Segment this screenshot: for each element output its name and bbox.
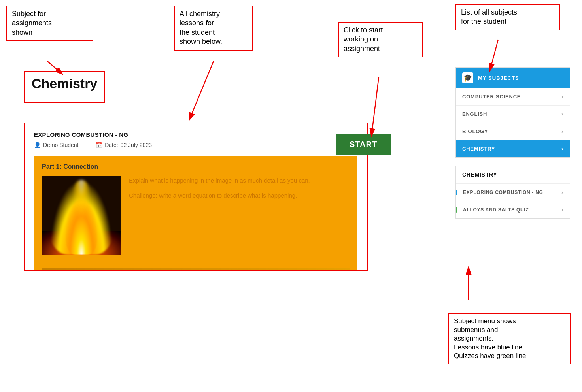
lesson-section: Part 1: Connection Explain what is happe… — [34, 156, 357, 270]
my-subjects-header: 🎓 MY SUBJECTS — [456, 68, 570, 88]
flame-top — [72, 180, 91, 219]
lesson-part-title: Part 1: Connection — [42, 163, 350, 170]
flame-image — [42, 176, 121, 255]
subject-item-cs[interactable]: COMPUTER SCIENCE › — [456, 88, 570, 106]
subject-cs-label: COMPUTER SCIENCE — [462, 94, 521, 100]
subject-item-english[interactable]: ENGLISH › — [456, 106, 570, 123]
chevron-alloys: › — [561, 207, 563, 213]
date-value: 02 July 2023 — [121, 142, 152, 148]
calendar-icon: 📅 — [96, 142, 102, 148]
lesson-label-combustion: EXPLORING COMBUSTION - NG — [463, 190, 543, 195]
annotation-click-start: Click to start working on assignment — [338, 22, 423, 57]
svg-line-3 — [490, 40, 498, 69]
start-button[interactable]: START — [336, 134, 391, 155]
start-button-container: START — [336, 134, 391, 155]
my-subjects-label: MY SUBJECTS — [478, 75, 519, 81]
subject-english-label: ENGLISH — [462, 111, 487, 117]
assignment-meta: 👤 Demo Student | 📅 Date: 02 July 2023 — [34, 142, 357, 148]
chevron-combustion: › — [561, 189, 563, 195]
subject-biology-label: BIOLOGY — [462, 128, 488, 134]
assignment-card: EXPLORING COMBUSTION - NG 👤 Demo Student… — [24, 122, 368, 271]
lesson-body: Explain what is happening in the image i… — [42, 176, 350, 262]
lesson-item-combustion[interactable]: EXPLORING COMBUSTION - NG › — [456, 184, 570, 201]
lesson-label-alloys: ALLOYS AND SALTS QUIZ — [463, 207, 529, 213]
student-meta: 👤 Demo Student — [34, 142, 79, 148]
student-icon: 👤 — [34, 142, 41, 148]
date-label: Date: — [105, 142, 118, 148]
subject-title: Chemistry — [32, 76, 97, 91]
lesson-item-combustion-inner: EXPLORING COMBUSTION - NG — [456, 190, 561, 195]
lesson-item-alloys[interactable]: ALLOYS AND SALTS QUIZ › — [456, 201, 570, 218]
lesson-line-blue — [456, 190, 457, 195]
meta-separator: | — [87, 142, 88, 148]
assignment-title: EXPLORING COMBUSTION - NG — [34, 131, 357, 138]
chevron-english: › — [561, 111, 563, 117]
lesson-text: Explain what is happening in the image i… — [129, 176, 310, 255]
lesson-item-alloys-inner: ALLOYS AND SALTS QUIZ — [456, 207, 561, 213]
annotation-chemistry-lessons: All chemistry lessons for the student sh… — [174, 6, 253, 51]
graduation-icon: 🎓 — [462, 72, 473, 83]
lesson-divider — [42, 268, 350, 270]
chemistry-lessons-card: CHEMISTRY EXPLORING COMBUSTION - NG › AL… — [455, 166, 570, 219]
chevron-cs: › — [561, 94, 563, 100]
my-subjects-card: 🎓 MY SUBJECTS COMPUTER SCIENCE › ENGLISH… — [455, 67, 570, 158]
right-panel: 🎓 MY SUBJECTS COMPUTER SCIENCE › ENGLISH… — [455, 67, 570, 219]
main-content: EXPLORING COMBUSTION - NG 👤 Demo Student… — [24, 91, 368, 271]
chevron-chemistry: › — [561, 146, 563, 152]
subject-item-biology[interactable]: BIOLOGY › — [456, 123, 570, 140]
subject-chemistry-label: CHEMISTRY — [462, 146, 495, 152]
annotation-subject-shown: Subject for assignments shown — [6, 6, 93, 41]
lesson-line-green — [456, 207, 457, 213]
annotation-list-subjects: List of all subjects for the student — [455, 4, 560, 30]
chevron-biology: › — [561, 128, 563, 134]
annotation-submenu: Subject menu shows submenus and assignme… — [448, 313, 571, 364]
student-name: Demo Student — [43, 142, 79, 148]
chemistry-card-header: CHEMISTRY — [456, 166, 570, 184]
date-meta: 📅 Date: 02 July 2023 — [96, 142, 152, 148]
lesson-text-1: Explain what is happening in the image i… — [129, 176, 310, 185]
subject-item-chemistry[interactable]: CHEMISTRY › — [456, 140, 570, 157]
svg-line-2 — [372, 77, 379, 134]
lesson-text-2: Challenge: write a word equation to desc… — [129, 191, 310, 200]
